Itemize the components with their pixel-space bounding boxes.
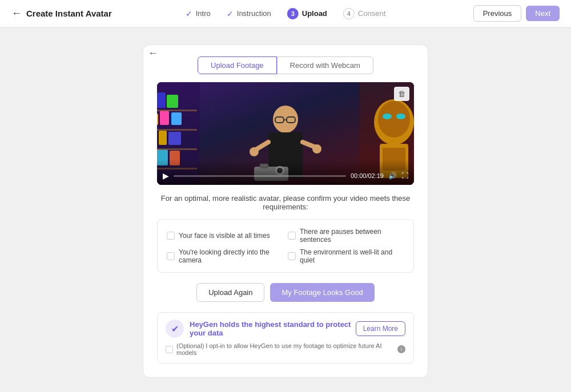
svg-point-25 — [273, 106, 298, 133]
tab-upload-footage[interactable]: Upload Footage — [198, 56, 277, 74]
req-face-visible-label: Your face is visible at all times — [179, 232, 270, 240]
fullscreen-button[interactable]: ⛶ — [401, 172, 408, 180]
next-button[interactable]: Next — [526, 6, 560, 21]
upload-card: ← Upload Footage Record with Webcam — [143, 45, 428, 378]
svg-rect-14 — [157, 110, 197, 111]
req-pauses: There are pauses between sentences — [288, 228, 404, 244]
req-environment-checkbox[interactable] — [288, 252, 296, 260]
step-instruction-check-icon: ✓ — [227, 9, 234, 18]
privacy-left: ✔ HeyGen holds the highest standard to p… — [166, 320, 356, 338]
progress-bar[interactable] — [174, 175, 346, 177]
delete-video-button[interactable]: 🗑 — [394, 87, 409, 101]
page-title: Create Instant Avatar — [26, 9, 112, 18]
learn-more-button[interactable]: Learn More — [356, 321, 405, 336]
svg-rect-9 — [159, 131, 167, 145]
requirements-grid: Your face is visible at all times There … — [157, 219, 414, 273]
step-instruction: ✓ Instruction — [227, 9, 271, 18]
step-instruction-label: Instruction — [237, 9, 271, 18]
header: ← Create Instant Avatar ✓ Intro ✓ Instru… — [0, 0, 571, 27]
opt-in-checkbox[interactable] — [166, 346, 173, 353]
svg-rect-3 — [157, 92, 166, 108]
svg-rect-7 — [171, 112, 182, 125]
previous-button[interactable]: Previous — [473, 5, 522, 22]
privacy-opt-in: (Optional) I opt-in to allow HeyGen to u… — [166, 342, 405, 356]
svg-point-32 — [250, 147, 259, 156]
opt-in-label: (Optional) I opt-in to allow HeyGen to u… — [176, 342, 394, 356]
step-upload: 3 Upload — [287, 8, 327, 19]
info-icon[interactable]: i — [397, 345, 405, 353]
step-upload-label: Upload — [302, 9, 327, 18]
svg-rect-5 — [157, 114, 158, 125]
steps-nav: ✓ Intro ✓ Instruction 3 Upload 4 Consent — [186, 8, 385, 19]
requirements-title: For an optimal, more realistic avatar, p… — [157, 194, 414, 211]
step-consent-label: Consent — [358, 9, 385, 18]
tab-row: Upload Footage Record with Webcam — [157, 56, 414, 74]
req-looking-camera: You're looking directly into the camera — [167, 248, 283, 264]
play-button[interactable]: ▶ — [163, 171, 169, 180]
req-looking-camera-checkbox[interactable] — [167, 252, 175, 260]
shield-circle: ✔ — [166, 320, 184, 338]
svg-rect-6 — [160, 111, 169, 125]
svg-point-21 — [383, 114, 392, 119]
tab-record-webcam[interactable]: Record with Webcam — [277, 56, 373, 74]
privacy-banner: ✔ HeyGen holds the highest standard to p… — [157, 312, 414, 363]
svg-rect-10 — [168, 132, 181, 145]
req-face-visible-checkbox[interactable] — [167, 232, 175, 240]
req-environment: The environment is well-lit and quiet — [288, 248, 404, 264]
step-intro-label: Intro — [196, 9, 211, 18]
svg-point-33 — [312, 144, 321, 153]
time-display: 00:00/02:19 — [351, 172, 384, 179]
req-face-visible: Your face is visible at all times — [167, 228, 283, 244]
step-consent: 4 Consent — [343, 8, 385, 19]
action-row: Upload Again My Footage Looks Good — [157, 283, 414, 302]
header-actions: Previous Next — [473, 5, 560, 22]
main-content: ← Upload Footage Record with Webcam — [0, 27, 571, 392]
svg-point-20 — [378, 101, 410, 138]
privacy-top: ✔ HeyGen holds the highest standard to p… — [166, 320, 405, 338]
step-upload-num: 3 — [287, 8, 299, 19]
req-environment-label: The environment is well-lit and quiet — [300, 248, 404, 264]
step-intro: ✓ Intro — [186, 9, 211, 18]
volume-button[interactable]: 🔊 — [388, 172, 397, 180]
svg-rect-15 — [157, 129, 197, 131]
req-looking-camera-label: You're looking directly into the camera — [179, 248, 283, 264]
svg-rect-16 — [157, 148, 197, 150]
step-consent-num: 4 — [343, 8, 355, 19]
step-intro-check-icon: ✓ — [186, 9, 192, 18]
req-pauses-label: There are pauses between sentences — [300, 228, 404, 244]
shield-check-icon: ✔ — [171, 324, 179, 334]
header-left: ← Create Instant Avatar — [11, 7, 112, 19]
back-arrow-icon[interactable]: ← — [11, 7, 22, 19]
video-player: 🗑 ▶ 00:00/02:19 🔊 ⛶ — [157, 82, 414, 185]
privacy-title: HeyGen holds the highest standard to pro… — [190, 320, 356, 337]
upload-again-button[interactable]: Upload Again — [196, 283, 264, 302]
footage-looks-good-button[interactable]: My Footage Looks Good — [270, 283, 374, 302]
svg-point-22 — [396, 114, 405, 119]
svg-rect-4 — [167, 95, 178, 108]
video-controls: ▶ 00:00/02:19 🔊 ⛶ — [157, 160, 414, 185]
req-pauses-checkbox[interactable] — [288, 232, 296, 240]
